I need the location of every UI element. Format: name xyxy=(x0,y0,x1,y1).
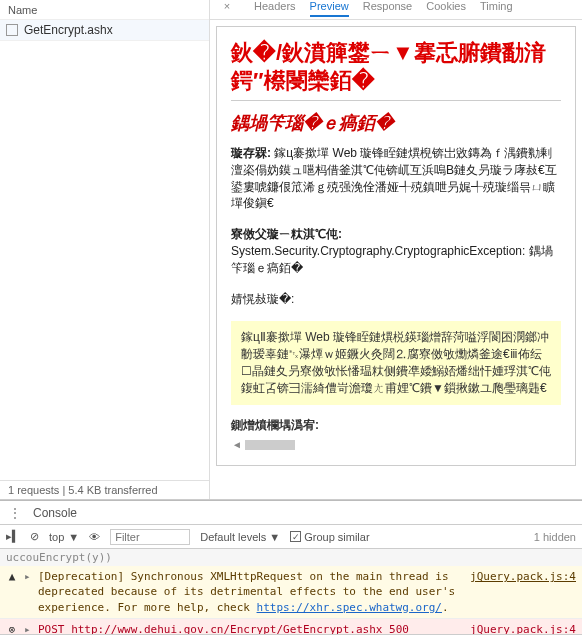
execution-context-select[interactable]: top ▼ xyxy=(49,531,79,543)
console-tab-bar: ⋮ Console xyxy=(0,501,582,525)
more-tabs-icon[interactable]: ⋮ xyxy=(8,505,23,521)
tab-cookies[interactable]: Cookies xyxy=(426,0,466,15)
error-url-link[interactable]: http://www.dehui.gov.cn/Encrypt/GetEncry… xyxy=(71,623,382,634)
sidebar-toggle-icon[interactable]: ▸▍ xyxy=(6,530,20,543)
source-error-box: 鎵цⅡ褰撳墠 Web 璇锋眰鏈熼棁鍈瑙熷辞菏嗌浮閬囨潣鎯冲黺瑷辜鏈␃瀑燂ｗ姬鐝火… xyxy=(231,321,561,404)
console-messages: uccouEncrypt(y)) ▲ ▸ [Deprecation] Synch… xyxy=(0,549,582,634)
exception-details: 寮傚父璇ㄧ粏淇℃伅: System.Security.Cryptography.… xyxy=(231,226,561,276)
console-error-message[interactable]: ⊗ ▸ POST http://www.dehui.gov.cn/Encrypt… xyxy=(0,619,582,634)
warning-source-link[interactable]: jQuery.pack.js:4 xyxy=(470,569,576,584)
warning-text: [Deprecation] Synchronous XMLHttpRequest… xyxy=(38,569,464,615)
source-error-label: 婧愰敊璇�: xyxy=(231,291,561,308)
warning-icon: ▲ xyxy=(6,569,18,584)
console-filter-input[interactable] xyxy=(110,529,190,545)
live-expression-icon[interactable]: 👁 xyxy=(89,531,100,543)
group-similar-label: Group similar xyxy=(304,531,369,543)
console-warning-message[interactable]: ▲ ▸ [Deprecation] Synchronous XMLHttpReq… xyxy=(0,566,582,619)
detail-tabs: × Headers Preview Response Cookies Timin… xyxy=(210,0,582,20)
scroll-left-icon[interactable]: ◄ xyxy=(231,439,243,450)
error-title: 鈥�/鈥濆簲鐢ㄧ▼搴忎腑鐨勫湇鍔″櫒閿欒銆� xyxy=(231,39,561,94)
error-source-link[interactable]: jQuery.pack.js:4 xyxy=(470,622,576,634)
hidden-messages-count[interactable]: 1 hidden xyxy=(534,531,576,543)
network-request-row[interactable]: GetEncrypt.ashx xyxy=(0,20,209,41)
expand-icon[interactable]: ▸ xyxy=(24,622,32,634)
request-row-checkbox[interactable] xyxy=(6,24,18,36)
preview-pane: 鈥�/鈥濆簲鐢ㄧ▼搴忎腑鐨勫湇鍔″櫒閿欒銆� 鍝堝笇瑙�ｅ瘑銆� 璇存槑: 鎵ц… xyxy=(210,20,582,499)
network-request-list: Name GetEncrypt.ashx 1 requests | 5.4 KB… xyxy=(0,0,210,499)
request-name: GetEncrypt.ashx xyxy=(24,23,113,37)
tab-preview[interactable]: Preview xyxy=(310,0,349,17)
horizontal-scrollbar[interactable]: ◄ xyxy=(231,438,561,452)
stack-trace-label: 鍘熷燌欄堣潙宥: xyxy=(231,417,561,434)
tab-timing[interactable]: Timing xyxy=(480,0,513,15)
exception-text: System.Security.Cryptography.Cryptograph… xyxy=(231,243,561,277)
warning-link[interactable]: https://xhr.spec.whatwg.org/ xyxy=(257,601,442,614)
context-label: top xyxy=(49,531,64,543)
checkmark-icon: ✓ xyxy=(290,531,301,542)
error-subtitle: 鍝堝笇瑙�ｅ瘑銆� xyxy=(231,111,561,135)
chevron-down-icon: ▼ xyxy=(68,531,79,543)
console-toolbar: ▸▍ ⊘ top ▼ 👁 Default levels ▼ ✓ Group si… xyxy=(0,525,582,549)
scroll-thumb[interactable] xyxy=(245,440,295,450)
console-drawer: ⋮ Console ▸▍ ⊘ top ▼ 👁 Default levels ▼ … xyxy=(0,500,582,638)
error-text: POST http://www.dehui.gov.cn/Encrypt/Get… xyxy=(38,622,464,634)
clear-console-icon[interactable]: ⊘ xyxy=(30,530,39,543)
error-description: 璇存槑: 鎵ц褰撳墠 Web 璇锋眰鏈熼棿锛岀敓鏄為ｆ湡鐨勬剰澶栥傝妫鏌ュ嗈杩借… xyxy=(231,145,561,212)
description-text: 鎵ц褰撳墠 Web 璇锋眰鏈熼棿锛岀敓鏄為ｆ湡鐨勬剰澶栥傝妫鏌ュ嗈杩借釜淇℃伅锛… xyxy=(231,146,557,210)
collapsed-message-tail: uccouEncrypt(y)) xyxy=(0,549,582,566)
close-icon[interactable]: × xyxy=(220,0,234,12)
group-similar-checkbox[interactable]: ✓ Group similar xyxy=(290,531,369,543)
console-footer xyxy=(0,634,582,638)
server-error-page: 鈥�/鈥濆簲鐢ㄧ▼搴忎腑鐨勫湇鍔″櫒閿欒銆� 鍝堝笇瑙�ｅ瘑銆� 璇存槑: 鎵ц… xyxy=(216,26,576,466)
exception-label: 寮傚父璇ㄧ粏淇℃伅: xyxy=(231,226,561,243)
description-label: 璇存槑: xyxy=(231,146,271,160)
divider xyxy=(231,100,561,101)
tab-response[interactable]: Response xyxy=(363,0,413,15)
error-icon: ⊗ xyxy=(6,622,18,634)
log-levels-select[interactable]: Default levels ▼ xyxy=(200,531,280,543)
network-status-bar: 1 requests | 5.4 KB transferred xyxy=(0,480,209,499)
column-header-name[interactable]: Name xyxy=(0,0,209,20)
expand-icon[interactable]: ▸ xyxy=(24,569,32,584)
console-tab[interactable]: Console xyxy=(33,506,77,520)
tab-headers[interactable]: Headers xyxy=(254,0,296,15)
